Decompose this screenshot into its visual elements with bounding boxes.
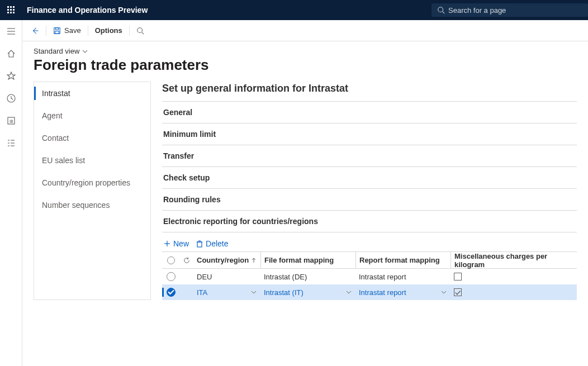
find-button[interactable] — [132, 25, 149, 37]
col-header-file-label: File format mapping — [264, 256, 334, 264]
select-all-toggle[interactable] — [167, 256, 175, 264]
section-check-setup[interactable]: Check setup — [162, 167, 577, 188]
svg-rect-1 — [10, 6, 12, 8]
col-header-country[interactable]: Country/region — [193, 256, 260, 264]
section-transfer[interactable]: Transfer — [162, 145, 577, 167]
options-button[interactable]: Options — [91, 24, 127, 37]
table-row[interactable]: ITA Intrastat (IT) Intrastat report — [162, 284, 577, 300]
standard-view-label: Standard view — [34, 47, 79, 55]
chevron-down-icon[interactable] — [250, 289, 257, 296]
svg-line-10 — [443, 12, 445, 14]
search-input[interactable] — [431, 3, 588, 17]
brand-title: Finance and Operations Preview — [22, 6, 148, 15]
vtab-eu-sales-list[interactable]: EU sales list — [34, 149, 150, 172]
svg-rect-31 — [197, 242, 202, 247]
sort-asc-icon — [251, 258, 257, 263]
star-icon[interactable] — [4, 69, 18, 83]
svg-rect-7 — [10, 12, 12, 13]
row-select[interactable] — [167, 272, 176, 281]
cell-file: Intrastat (DE) — [264, 273, 307, 281]
vtab-contact[interactable]: Contact — [34, 127, 150, 149]
grid-delete-label: Delete — [206, 239, 228, 248]
cell-report[interactable]: Intrastat report — [359, 288, 406, 297]
chevron-down-icon[interactable] — [345, 289, 352, 296]
svg-rect-3 — [7, 9, 9, 11]
col-header-file[interactable]: File format mapping — [260, 252, 355, 268]
svg-text:⊞: ⊞ — [9, 119, 13, 124]
vertical-tabs: Intrastat Agent Contact EU sales list Co… — [34, 82, 151, 300]
col-header-misc-label: Miscellaneous charges per kilogram — [454, 252, 570, 269]
svg-rect-26 — [55, 31, 59, 33]
cell-report: Intrastat report — [359, 273, 406, 281]
vtab-agent[interactable]: Agent — [34, 104, 150, 127]
svg-line-28 — [141, 32, 144, 34]
cell-misc-checkbox[interactable] — [454, 288, 462, 296]
svg-rect-5 — [13, 9, 15, 11]
svg-point-27 — [137, 27, 143, 32]
grid-toolbar: New Delete — [162, 236, 577, 251]
section-electronic-reporting[interactable]: Electronic reporting for countries/regio… — [162, 210, 577, 232]
grid-new-label: New — [173, 239, 189, 248]
section-general[interactable]: General — [162, 101, 577, 123]
modules-icon[interactable] — [4, 136, 18, 150]
section-minimum-limit[interactable]: Minimum limit — [162, 123, 577, 145]
save-icon — [53, 27, 61, 35]
save-button[interactable]: Save — [49, 24, 86, 37]
trash-icon — [196, 240, 203, 248]
svg-rect-8 — [13, 12, 15, 13]
col-header-misc[interactable]: Miscellaneous charges per kilogram — [451, 252, 573, 268]
plus-icon — [163, 240, 171, 248]
global-search[interactable] — [431, 3, 588, 17]
svg-rect-6 — [7, 12, 9, 13]
page-title: Foreign trade parameters — [34, 56, 577, 74]
chevron-down-icon[interactable] — [440, 289, 447, 296]
vtab-number-sequences[interactable]: Number sequences — [34, 194, 150, 216]
cell-file[interactable]: Intrastat (IT) — [264, 288, 304, 297]
grid-delete-button[interactable]: Delete — [196, 239, 228, 248]
home-icon[interactable] — [4, 47, 18, 60]
standard-view-selector[interactable]: Standard view — [34, 47, 577, 55]
left-nav-rail: ⊞ — [0, 20, 22, 366]
refresh-button[interactable] — [180, 256, 193, 264]
chevron-down-icon — [82, 48, 88, 55]
electronic-reporting-grid: Country/region File format mapping Repor… — [162, 251, 577, 300]
cell-country: DEU — [197, 273, 212, 281]
col-header-report-label: Report format mapping — [359, 256, 440, 264]
detail-title: Set up general information for Intrastat — [162, 83, 577, 94]
table-row[interactable]: DEU Intrastat (DE) Intrastat report — [162, 269, 577, 284]
action-bar: Save Options — [22, 20, 588, 41]
svg-rect-2 — [13, 6, 15, 8]
svg-rect-25 — [55, 27, 58, 30]
recent-icon[interactable] — [4, 92, 18, 105]
app-launcher-icon[interactable] — [0, 6, 22, 15]
search-icon — [437, 6, 445, 14]
find-icon — [136, 27, 144, 35]
vtab-intrastat[interactable]: Intrastat — [34, 82, 150, 104]
grid-new-button[interactable]: New — [163, 239, 189, 248]
menu-icon[interactable] — [4, 25, 18, 38]
cell-misc-checkbox[interactable] — [454, 273, 462, 281]
svg-rect-0 — [7, 6, 9, 8]
col-header-country-label: Country/region — [197, 256, 249, 264]
vtab-country-region-properties[interactable]: Country/region properties — [34, 172, 150, 194]
svg-point-9 — [438, 7, 443, 12]
save-label: Save — [64, 26, 81, 35]
svg-rect-4 — [10, 9, 12, 11]
workspace-icon[interactable]: ⊞ — [4, 114, 18, 127]
row-select[interactable] — [167, 288, 176, 297]
back-button[interactable] — [27, 25, 44, 37]
col-header-report[interactable]: Report format mapping — [355, 252, 451, 268]
options-label: Options — [95, 26, 122, 35]
section-rounding-rules[interactable]: Rounding rules — [162, 188, 577, 210]
cell-country[interactable]: ITA — [197, 288, 207, 297]
